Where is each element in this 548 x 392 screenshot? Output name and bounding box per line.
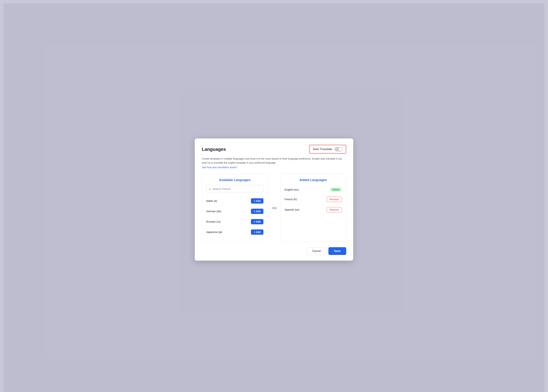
available-panel-title: Available Languages <box>206 178 263 182</box>
save-button[interactable]: Save <box>328 247 346 255</box>
auto-translation-link[interactable]: See how auto translation works? <box>202 166 237 169</box>
list-item: Japanese (ja) + Add <box>206 227 263 237</box>
arrow-divider: »» <box>268 174 280 242</box>
modal-overlay: Languages Auto Translate Create template… <box>4 4 544 392</box>
search-icon: ⌕ <box>209 187 211 191</box>
lang-name: Japanese (ja) <box>206 231 222 233</box>
lang-name: English (en) <box>285 188 299 191</box>
list-item: English (en) default <box>285 185 342 194</box>
available-languages-list: Italian (it) + Add German (de) + Add Rus… <box>206 196 263 237</box>
modal-title: Languages <box>202 147 226 152</box>
forward-arrow-icon: »» <box>271 204 277 211</box>
list-item: German (de) + Add <box>206 206 263 217</box>
cancel-button[interactable]: Cancel <box>307 247 326 255</box>
modal-header: Languages Auto Translate <box>202 145 346 154</box>
lang-name: German (de) <box>206 210 221 213</box>
description-text: Create templates in multiple languages a… <box>202 157 346 165</box>
list-item: French (fr) Remove <box>285 194 342 205</box>
auto-translate-toggle[interactable] <box>334 147 343 152</box>
add-russian-button[interactable]: + Add <box>251 219 263 224</box>
add-italian-button[interactable]: + Add <box>251 198 263 203</box>
lang-name: Russian (ru) <box>206 220 221 223</box>
default-badge: default <box>330 188 342 192</box>
added-panel-title: Added Languages <box>285 178 342 182</box>
auto-translate-label: Auto Translate <box>313 147 332 151</box>
list-item: Russian (ru) + Add <box>206 217 263 227</box>
search-input[interactable] <box>213 187 261 190</box>
panels-container: Available Languages ⌕ Italian (it) + Add… <box>202 174 346 242</box>
lang-name: Italian (it) <box>206 199 217 202</box>
search-box[interactable]: ⌕ <box>206 185 263 193</box>
list-item: Spanish (es) Remove <box>285 205 342 215</box>
add-german-button[interactable]: + Add <box>251 209 263 214</box>
remove-french-button[interactable]: Remove <box>327 197 342 202</box>
modal-footer: Cancel Save <box>202 247 346 255</box>
added-languages-list: English (en) default French (fr) Remove … <box>285 185 342 215</box>
available-languages-panel: Available Languages ⌕ Italian (it) + Add… <box>202 174 268 242</box>
modal-dialog: Languages Auto Translate Create template… <box>195 139 353 261</box>
list-item: Italian (it) + Add <box>206 196 263 206</box>
lang-name: Spanish (es) <box>285 208 299 211</box>
added-languages-panel: Added Languages English (en) default Fre… <box>280 174 346 242</box>
add-japanese-button[interactable]: + Add <box>251 229 263 235</box>
auto-translate-container: Auto Translate <box>309 145 346 154</box>
remove-spanish-button[interactable]: Remove <box>327 207 342 212</box>
lang-name: French (fr) <box>285 198 297 201</box>
